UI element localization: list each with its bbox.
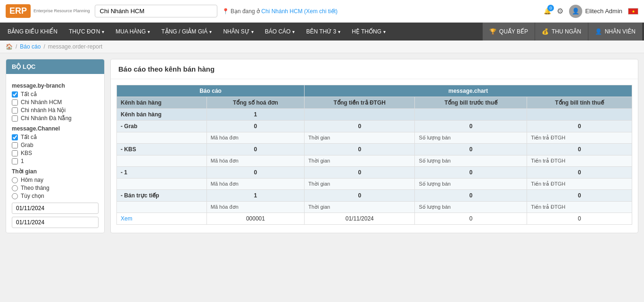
notif-count: 0 [547,5,554,11]
chevron-down-icon: ▾ [338,29,340,34]
nav-action-staff[interactable]: 👤 NHÂN VIÊN [588,23,642,41]
breadcrumb-current: message.order-report [48,43,102,50]
section-name: Kênh bán hàng [117,109,207,121]
row-thoi-gian: 01/11/2024 [305,213,415,225]
nav-item-reports[interactable]: BÁO CÁO ▾ [259,23,301,41]
branch-checkbox-all[interactable] [12,91,18,98]
filter-header: BỘ LỌC [6,59,104,74]
date-from-input[interactable] [12,203,99,214]
navbar: BẢNG ĐIỀU KHIỂN THỰC ĐƠN ▾ MUA HÀNG ▾ TẶ… [0,23,644,41]
table-row: - KBS 0 0 0 0 [117,144,632,155]
cashier-icon: 💰 [542,28,549,35]
row-so-luong: 0 [415,213,527,225]
chevron-down-icon: ▾ [209,29,212,34]
col-tong-so-hoa-don: Tổng số hoá đơn [206,97,304,109]
user-area[interactable]: 👤 Elitech Admin [569,5,622,18]
nav-item-menu[interactable]: THỰC ĐƠN ▾ [63,23,110,41]
table-row: Kênh bán hàng 1 [117,109,632,121]
time-filter-label: Thời gian [12,168,99,175]
channel-name-kbs: - KBS [117,144,207,155]
staff-icon: 👤 [595,28,602,35]
report-table: Báo cáo message.chart Kênh bán hàng Tổng… [116,85,632,225]
branch-option-hanoi[interactable]: Chi nhánh Hà Nội [12,107,99,114]
sub-header-so-luong-direct: Số lượng bán [415,202,527,213]
table-row: Xem 000001 01/11/2024 0 0 [117,213,632,225]
time-option-custom[interactable]: Tùy chọn [12,193,99,199]
location-detail-link[interactable]: (Xem chi tiết) [304,8,338,15]
branch-option-all[interactable]: Tất cả [12,91,99,98]
breadcrumb-reports[interactable]: Báo cáo [20,43,41,50]
table-row: - Bán trực tiếp 1 0 0 0 [117,190,632,202]
channel-option-all[interactable]: Tất cả [12,134,99,140]
nav-action-cashier[interactable]: 💰 THU NGÂN [535,23,588,41]
location-info: 📍 Bạn đang ở Chi Nhánh HCM (Xem chi tiết… [222,8,539,15]
channel-option-1[interactable]: 1 [12,158,99,164]
location-link[interactable]: Chi Nhánh HCM [261,8,302,15]
sub-header-ma-hoa-don-direct: Mã hóa đơn [206,202,304,213]
filter-sidebar: BỘ LỌC message.by-branch Tất cả Chi Nhán… [6,59,105,233]
chevron-down-icon: ▾ [251,29,254,34]
nav-item-discount[interactable]: TẶNG / GIẢM GIÁ ▾ [156,23,217,41]
channel-checkbox-1[interactable] [12,158,18,164]
topbar: ERP Enterprise Resource Planning 📍 Bạn đ… [0,0,644,23]
language-flag[interactable] [628,8,638,15]
sub-header-ma-hoa-don-1: Mã hóa đơn [206,179,304,190]
sub-header-thoi-gian-kbs: Thời gian [305,155,415,167]
sub-header-thoi-gian-grab: Thời gian [305,132,415,144]
nav-item-system[interactable]: HỆ THỐNG ▾ [346,23,391,41]
table-row: Mã hóa đơn Thời gian Số lượng bán Tiền t… [117,155,632,167]
header-right: message.chart [305,85,632,97]
time-option-monthly[interactable]: Theo tháng [12,185,99,191]
sub-header-thoi-gian-1: Thời gian [305,179,415,190]
date-to-input[interactable] [12,217,99,228]
nav-item-dashboard[interactable]: BẢNG ĐIỀU KHIỂN [2,23,63,41]
table-row: - 1 0 0 0 0 [117,167,632,179]
sub-header-ma-hoa-don-grab: Mã hóa đơn [206,132,304,144]
section-total-dtgh [305,109,415,121]
settings-icon[interactable]: ⚙ [557,7,563,16]
branch-option-hcm[interactable]: Chi Nhánh HCM [12,99,99,106]
home-icon[interactable]: 🏠 [6,43,13,50]
channel-name-direct: - Bán trực tiếp [117,190,207,202]
nav-action-kitchen[interactable]: 🏆 QUẦY BẾP [482,23,535,41]
search-area[interactable] [95,5,217,17]
nav-item-third-party[interactable]: BÊN THỨ 3 ▾ [300,23,346,41]
table-row: Mã hóa đơn Thời gian Số lượng bán Tiền t… [117,132,632,144]
breadcrumb: 🏠 / Báo cáo / message.order-report [0,41,644,53]
time-radio-monthly[interactable] [12,185,18,191]
logo-area: ERP Enterprise Resource Planning [6,4,90,18]
channel-option-grab[interactable]: Grab [12,142,99,148]
filter-body: message.by-branch Tất cả Chi Nhánh HCM C… [6,74,104,233]
report-area: Báo cáo theo kênh bán hàng Báo cáo messa… [110,59,638,233]
search-input[interactable] [95,5,217,17]
sub-header-so-luong-1: Số lượng bán [415,179,527,190]
channel-option-kbs[interactable]: KBS [12,150,99,156]
notification-button[interactable]: 🔔 0 [544,8,551,15]
chevron-down-icon: ▾ [102,29,104,34]
branch-checkbox-hanoi[interactable] [12,107,18,114]
channel-checkbox-kbs[interactable] [12,150,18,156]
branch-checkbox-danang[interactable] [12,115,18,122]
section-total-invoices: 1 [206,109,304,121]
header-left: Báo cáo [117,85,305,97]
sub-header-tien-dtgh-kbs: Tiền trả ĐTGH [527,155,632,167]
col-tong-bill-truoc-thue: Tổng bill trước thuế [415,97,527,109]
sub-header-thoi-gian-direct: Thời gian [305,202,415,213]
channel-checkbox-grab[interactable] [12,142,18,148]
sub-header-tien-dtgh-1: Tiền trả ĐTGH [527,179,632,190]
channel-name-1: - 1 [117,167,207,179]
row-tien-dtgh: 0 [527,213,632,225]
sub-header-so-luong-grab: Số lượng bán [415,132,527,144]
branch-option-danang[interactable]: Chi Nhánh Đà Nẵng [12,115,99,122]
chevron-down-icon: ▾ [383,29,386,34]
col-kenh-ban-hang: Kênh bán hàng [117,97,207,109]
time-option-today[interactable]: Hôm nay [12,177,99,183]
time-radio-today[interactable] [12,177,18,183]
nav-item-hr[interactable]: NHÂN SỰ ▾ [217,23,259,41]
branch-checkbox-hcm[interactable] [12,99,18,106]
nav-item-purchase[interactable]: MUA HÀNG ▾ [110,23,156,41]
channel-checkbox-all[interactable] [12,134,18,140]
report-title: Báo cáo theo kênh bán hàng [111,59,638,79]
time-radio-custom[interactable] [12,193,18,199]
view-link[interactable]: Xem [121,215,132,222]
